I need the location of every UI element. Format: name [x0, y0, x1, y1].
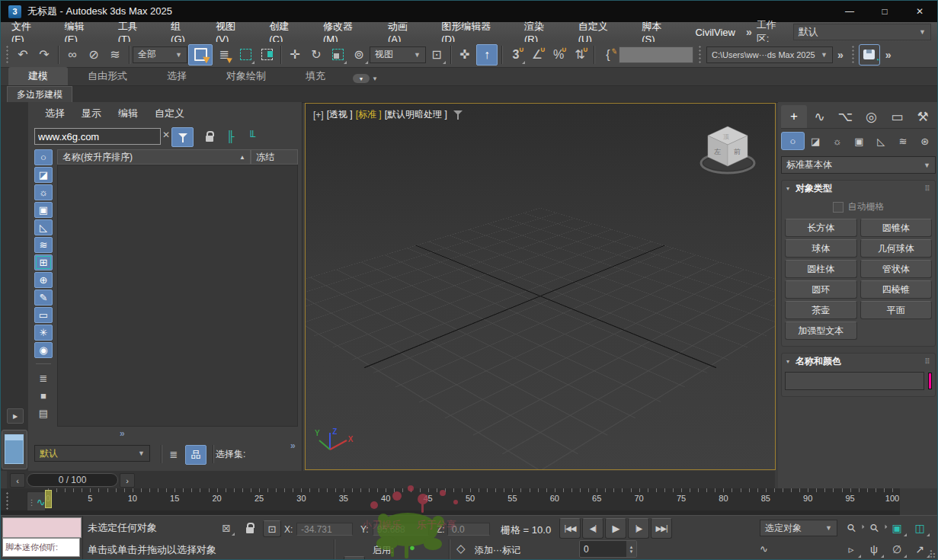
edit-named-selection-sets-button[interactable]: {✎ — [598, 45, 618, 65]
object-type-rollout-header[interactable]: ▾ 对象类型 ⠿ — [782, 181, 935, 196]
expand-panel-button[interactable]: ▶ — [7, 408, 24, 424]
primitive-button[interactable]: 圆柱体 — [785, 260, 857, 278]
primitive-button[interactable]: 茶壶 — [785, 301, 857, 319]
viewport-nav-button[interactable]: ∅ — [886, 539, 908, 558]
primitive-button[interactable]: 几何球体 — [860, 239, 933, 258]
command-panel-tab[interactable]: ⌥ — [833, 105, 859, 128]
menu-item[interactable]: 渲染(R) — [514, 20, 568, 45]
filter-button[interactable] — [171, 127, 194, 147]
menu-item[interactable]: CivilView — [684, 27, 746, 38]
primitive-button[interactable]: 圆环 — [785, 280, 857, 299]
unlink-selection-button[interactable]: ⊘ — [84, 45, 104, 65]
redo-button[interactable]: ↷ — [34, 45, 54, 65]
frame-spinner[interactable]: ▲▼ — [626, 541, 636, 557]
menu-item[interactable]: 工具(T) — [107, 20, 160, 45]
command-panel-tab[interactable]: ⚒ — [910, 105, 936, 128]
select-object-button[interactable] — [188, 44, 213, 66]
viewport-menu-plus[interactable]: [+] — [313, 110, 324, 120]
command-panel-tab[interactable]: + — [781, 105, 807, 128]
maximize-button[interactable]: □ — [867, 1, 902, 22]
transport-button[interactable]: ▶▶| — [651, 518, 672, 539]
menu-item[interactable]: 视图(V) — [205, 20, 258, 45]
ribbon-tab[interactable]: 对象绘制 — [206, 67, 286, 85]
name-color-rollout-header[interactable]: ▾ 名称和颜色 ⠿ — [782, 354, 935, 369]
time-slider-handle[interactable] — [45, 490, 52, 508]
select-and-move-button[interactable]: ✛ — [285, 45, 305, 65]
create-category-button[interactable]: ◪ — [805, 132, 827, 150]
explorer-overflow-chevron[interactable]: » — [120, 428, 125, 439]
clear-search-icon[interactable]: ✕ — [162, 130, 170, 140]
window-resize-grip[interactable]: ⣦ — [929, 546, 936, 558]
use-pivot-center-button[interactable]: ⊡ — [427, 45, 447, 65]
window-crossing-toggle[interactable] — [257, 45, 277, 65]
select-and-link-button[interactable]: ∞ — [62, 45, 82, 65]
keyboard-shortcut-override-toggle[interactable]: ↑ — [476, 44, 498, 66]
menu-item[interactable]: 动画(A) — [377, 20, 431, 45]
explorer-menu-item[interactable]: 选择 — [45, 107, 65, 120]
menu-item[interactable]: 脚本(S) — [631, 20, 684, 45]
create-category-button[interactable]: ⊛ — [914, 132, 936, 150]
display-filter-toggle[interactable]: ▤ — [34, 405, 53, 421]
lock-explorer-toggle[interactable] — [199, 127, 219, 146]
y-coordinate-field[interactable]: 95.688 — [373, 523, 429, 536]
create-category-button[interactable]: ▣ — [848, 132, 870, 150]
isolate-selection-toggle[interactable]: ⊠ — [217, 520, 235, 536]
autogrid-checkbox[interactable] — [833, 202, 844, 213]
layer-dropdown[interactable]: 默认 ▼ — [34, 445, 150, 462]
viewcube[interactable]: 顶 左 前 — [693, 113, 763, 180]
selected-objects-dropdown[interactable]: 选定对象 ▼ — [760, 520, 837, 536]
next-frame-arrow[interactable]: › — [120, 473, 135, 488]
object-color-swatch[interactable] — [928, 373, 932, 389]
polygon-modeling-panel-tab[interactable]: 多边形建模 — [7, 86, 72, 102]
select-and-place-button[interactable]: ⊚ — [349, 45, 369, 65]
transport-button[interactable]: |▶ — [628, 518, 649, 539]
command-panel-tab[interactable]: ◎ — [858, 105, 884, 128]
viewport-nav-button[interactable]: ◫ — [909, 518, 930, 537]
display-filter-toggle[interactable]: ✳ — [34, 325, 53, 341]
maxscript-listener-input[interactable]: 脚本迷你侦听: — [2, 538, 80, 557]
viewport-standard-label[interactable]: [标准 ] — [356, 108, 382, 121]
transport-button[interactable]: ◀| — [582, 518, 603, 539]
primitive-button[interactable]: 加强型文本 — [785, 322, 857, 340]
bind-to-space-warp-button[interactable]: ≋ — [105, 45, 125, 65]
display-filter-toggle[interactable]: ☼ — [34, 184, 53, 200]
create-category-button[interactable]: ◺ — [870, 132, 892, 150]
display-filter-toggle[interactable]: ≋ — [34, 237, 53, 253]
ribbon-tab[interactable]: 填充 — [286, 67, 345, 85]
viewport-layout-tab[interactable] — [2, 430, 27, 469]
per-view-filter-icon[interactable] — [453, 110, 463, 120]
minimize-button[interactable]: — — [832, 1, 867, 22]
primitive-button[interactable]: 球体 — [785, 239, 857, 258]
select-and-manipulate-button[interactable]: ✜ — [455, 45, 475, 65]
autosave-button[interactable] — [859, 44, 880, 66]
transport-button[interactable]: |◀◀ — [559, 518, 581, 539]
current-frame-field[interactable]: 0 ▲▼ — [579, 540, 637, 558]
menu-item[interactable]: 自定义(U) — [568, 20, 632, 45]
display-filter-toggle[interactable]: ◺ — [34, 219, 53, 235]
layer-stack-button[interactable]: ≣ — [164, 445, 184, 463]
display-filter-toggle[interactable]: ⊞ — [34, 254, 53, 270]
menu-item[interactable]: 文件(F) — [1, 20, 53, 45]
z-coordinate-field[interactable]: 0.0 — [447, 523, 490, 536]
snaps-toggle[interactable]: 3∪ — [506, 45, 526, 65]
collapse-all-button[interactable]: ╙ — [242, 127, 262, 146]
viewport-nav-button[interactable]: ↗ — [909, 539, 930, 558]
viewport-nav-button[interactable]: ψ — [863, 539, 885, 558]
explorer-menu-item[interactable]: 显示 — [82, 107, 101, 120]
key-tangent-icon[interactable]: ∿ — [760, 543, 768, 555]
menu-item[interactable]: 创建(C) — [258, 20, 312, 45]
named-selection-sets-input[interactable] — [619, 46, 693, 63]
display-filter-toggle[interactable]: ■ — [34, 388, 53, 404]
select-by-name-button[interactable]: ≣ — [214, 45, 234, 65]
primitive-button[interactable]: 长方体 — [785, 219, 857, 237]
selection-lock-toggle[interactable] — [242, 520, 258, 536]
name-column-header[interactable]: 名称(按升序排序) ▲ — [57, 149, 251, 165]
create-category-button[interactable]: ≋ — [892, 132, 914, 150]
display-filter-toggle[interactable]: ○ — [34, 149, 53, 165]
menu-item[interactable]: 组(G) — [160, 20, 205, 45]
trackbar-ruler[interactable]: 0510152025303540455055606570758085909510… — [45, 488, 900, 510]
display-filter-toggle[interactable]: ◉ — [34, 342, 53, 358]
percent-snap-toggle[interactable]: %∪ — [549, 45, 568, 65]
display-filter-toggle[interactable]: ✎ — [34, 290, 53, 306]
perspective-viewport[interactable]: [+] [透视 ] [标准 ] [默认明暗处理 ] 顶 左 前 Z Y X — [305, 103, 776, 470]
